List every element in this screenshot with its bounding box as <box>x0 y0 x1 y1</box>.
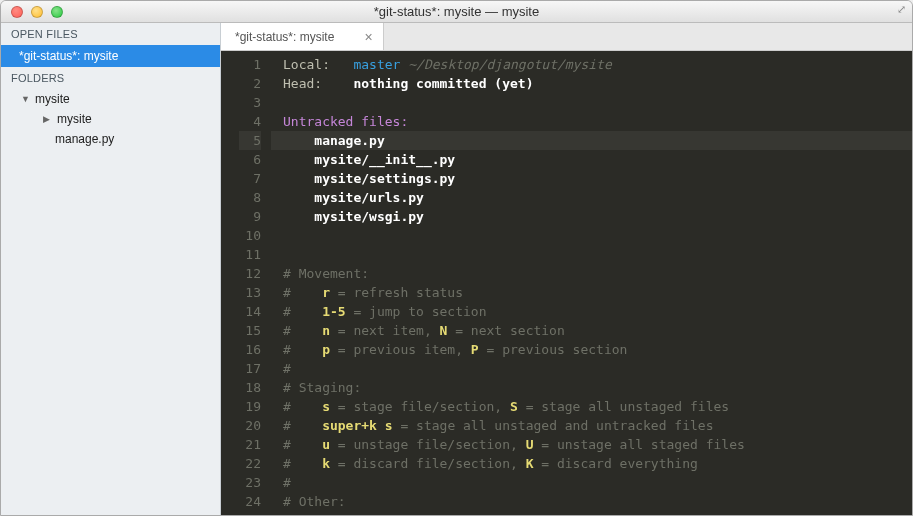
code-line[interactable]: mysite/wsgi.py <box>271 207 912 226</box>
tab-bar: *git-status*: mysite × <box>221 23 912 51</box>
line-number: 7 <box>239 169 261 188</box>
line-number: 9 <box>239 207 261 226</box>
tab-label: *git-status*: mysite <box>235 30 334 44</box>
main-area: *git-status*: mysite × 12345678910111213… <box>221 23 912 515</box>
line-number: 12 <box>239 264 261 283</box>
editor[interactable]: 123456789101112131415161718192021222324 … <box>221 51 912 515</box>
code-line[interactable]: # r = refresh status <box>271 283 912 302</box>
code-line[interactable] <box>271 226 912 245</box>
code-line[interactable]: # k = discard file/section, K = discard … <box>271 454 912 473</box>
code-line[interactable]: # Other: <box>271 492 912 511</box>
file-item[interactable]: manage.py <box>1 129 220 149</box>
code-area[interactable]: Local: master ~/Desktop/djangotut/mysite… <box>271 51 912 515</box>
line-number: 6 <box>239 150 261 169</box>
code-line[interactable]: manage.py <box>271 131 912 150</box>
code-line[interactable]: mysite/urls.py <box>271 188 912 207</box>
tab-git-status[interactable]: *git-status*: mysite × <box>221 23 384 50</box>
line-number: 14 <box>239 302 261 321</box>
code-line[interactable]: Untracked files: <box>271 112 912 131</box>
line-number: 17 <box>239 359 261 378</box>
folder-label: mysite <box>57 112 92 126</box>
code-line[interactable]: Head: nothing committed (yet) <box>271 74 912 93</box>
line-number: 4 <box>239 112 261 131</box>
disclosure-triangle-right-icon: ▶ <box>43 114 53 124</box>
open-file-item[interactable]: *git-status*: mysite <box>1 45 220 67</box>
code-line[interactable]: # Movement: <box>271 264 912 283</box>
close-window-button[interactable] <box>11 6 23 18</box>
line-number: 20 <box>239 416 261 435</box>
code-line[interactable]: # Staging: <box>271 378 912 397</box>
window-title: *git-status*: mysite — mysite <box>1 4 912 19</box>
line-number: 10 <box>239 226 261 245</box>
line-number: 18 <box>239 378 261 397</box>
code-line[interactable]: # n = next item, N = next section <box>271 321 912 340</box>
code-line[interactable]: # 1-5 = jump to section <box>271 302 912 321</box>
code-line[interactable]: mysite/settings.py <box>271 169 912 188</box>
line-number: 19 <box>239 397 261 416</box>
expand-icon[interactable]: ⤢ <box>897 3 906 16</box>
folder-root[interactable]: ▼ mysite <box>1 89 220 109</box>
line-number: 15 <box>239 321 261 340</box>
tab-close-icon[interactable]: × <box>364 29 372 45</box>
line-number: 8 <box>239 188 261 207</box>
code-line[interactable]: Local: master ~/Desktop/djangotut/mysite <box>271 55 912 74</box>
line-number: 23 <box>239 473 261 492</box>
window-body: OPEN FILES *git-status*: mysite FOLDERS … <box>1 23 912 515</box>
code-line[interactable]: # <box>271 473 912 492</box>
line-number: 13 <box>239 283 261 302</box>
line-number: 22 <box>239 454 261 473</box>
disclosure-triangle-down-icon: ▼ <box>21 94 31 104</box>
title-bar: *git-status*: mysite — mysite ⤢ <box>1 1 912 23</box>
line-number: 2 <box>239 74 261 93</box>
code-line[interactable]: # <box>271 359 912 378</box>
line-number: 24 <box>239 492 261 511</box>
sidebar: OPEN FILES *git-status*: mysite FOLDERS … <box>1 23 221 515</box>
line-number: 11 <box>239 245 261 264</box>
code-line[interactable]: # p = previous item, P = previous sectio… <box>271 340 912 359</box>
line-number: 16 <box>239 340 261 359</box>
folders-header: FOLDERS <box>1 67 220 89</box>
line-number: 3 <box>239 93 261 112</box>
open-files-header: OPEN FILES <box>1 23 220 45</box>
code-line[interactable]: mysite/__init__.py <box>271 150 912 169</box>
code-line[interactable]: # super+k s = stage all unstaged and unt… <box>271 416 912 435</box>
minimize-window-button[interactable] <box>31 6 43 18</box>
line-number: 5 <box>239 131 261 150</box>
folder-child[interactable]: ▶ mysite <box>1 109 220 129</box>
code-line[interactable] <box>271 93 912 112</box>
line-number: 1 <box>239 55 261 74</box>
zoom-window-button[interactable] <box>51 6 63 18</box>
code-line[interactable]: # s = stage file/section, S = stage all … <box>271 397 912 416</box>
line-number: 21 <box>239 435 261 454</box>
file-label: manage.py <box>55 132 114 146</box>
gutter: 123456789101112131415161718192021222324 <box>221 51 271 515</box>
editor-window: *git-status*: mysite — mysite ⤢ OPEN FIL… <box>0 0 913 516</box>
traffic-lights <box>1 6 63 18</box>
folder-label: mysite <box>35 92 70 106</box>
code-line[interactable] <box>271 245 912 264</box>
code-line[interactable]: # u = unstage file/section, U = unstage … <box>271 435 912 454</box>
